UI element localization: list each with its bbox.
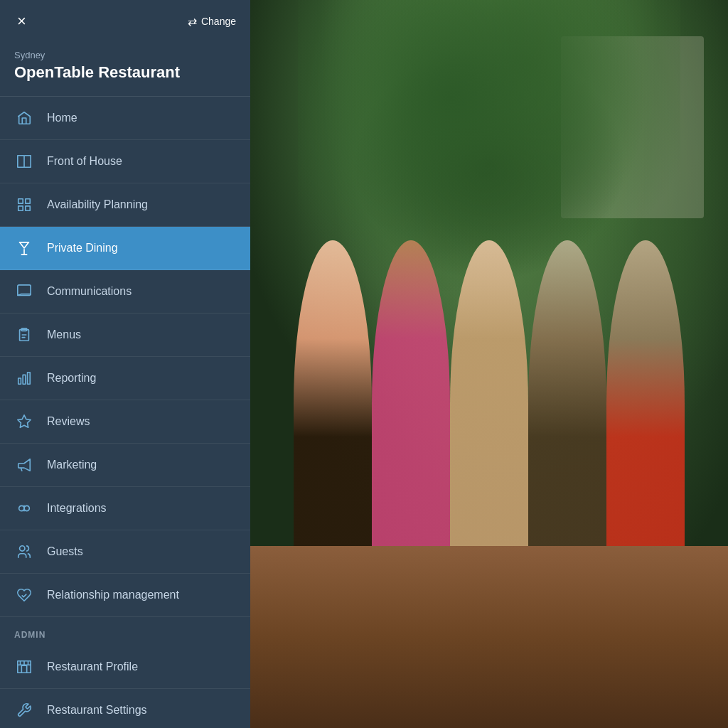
sidebar-item-marketing-label: Marketing — [47, 459, 97, 471]
admin-section-label: ADMIN — [0, 617, 250, 646]
person-5 — [606, 240, 685, 568]
wrench-icon — [14, 700, 34, 720]
home-icon — [14, 108, 34, 128]
close-button[interactable]: × — [14, 11, 29, 32]
change-label: Change — [201, 16, 236, 27]
people-area — [250, 240, 728, 568]
svg-point-13 — [20, 546, 25, 551]
sidebar-item-restaurant-profile-label: Restaurant Profile — [47, 660, 138, 673]
svg-point-12 — [24, 506, 29, 511]
restaurant-photo — [250, 0, 728, 728]
sidebar-item-restaurant-settings-label: Restaurant Settings — [47, 704, 147, 717]
sidebar-item-communications[interactable]: Communications — [0, 270, 250, 314]
building-icon — [14, 657, 34, 677]
sidebar-item-home[interactable]: Home — [0, 97, 250, 140]
sidebar-item-restaurant-settings[interactable]: Restaurant Settings — [0, 689, 250, 728]
message-square-icon — [14, 282, 34, 301]
person-2 — [372, 240, 450, 568]
table-surface — [250, 546, 728, 728]
users-icon — [14, 542, 34, 562]
main-content — [250, 0, 728, 728]
sidebar-item-reviews[interactable]: Reviews — [0, 400, 250, 444]
person-3 — [450, 240, 528, 568]
person-1 — [294, 240, 372, 568]
sidebar-item-relationship-management-label: Relationship management — [47, 589, 179, 601]
svg-point-11 — [19, 506, 24, 511]
book-open-icon — [14, 151, 34, 171]
svg-rect-2 — [18, 206, 23, 210]
person-4 — [528, 240, 606, 568]
sidebar-item-guests-label: Guests — [47, 545, 83, 558]
cocktail-icon — [14, 238, 34, 258]
sidebar-item-front-of-house[interactable]: Front of House — [0, 140, 250, 183]
sidebar-item-private-dining-label: Private Dining — [47, 242, 118, 255]
restaurant-info: Sydney OpenTable Restaurant — [0, 43, 250, 97]
svg-rect-1 — [26, 199, 30, 203]
sidebar-item-reporting-label: Reporting — [47, 372, 96, 385]
sidebar-item-reviews-label: Reviews — [47, 415, 90, 428]
svg-rect-8 — [23, 375, 26, 385]
change-icon: ⇄ — [188, 15, 197, 28]
svg-rect-0 — [18, 199, 23, 203]
svg-marker-10 — [18, 415, 31, 427]
handshake-icon — [14, 585, 34, 605]
sidebar-item-availability-planning-label: Availability Planning — [47, 198, 148, 211]
sidebar-item-home-label: Home — [47, 112, 77, 124]
sidebar-item-reporting[interactable]: Reporting — [0, 357, 250, 400]
star-icon — [14, 412, 34, 432]
sidebar-item-restaurant-profile[interactable]: Restaurant Profile — [0, 646, 250, 689]
sidebar-item-availability-planning[interactable]: Availability Planning — [0, 183, 250, 227]
sidebar-item-front-of-house-label: Front of House — [47, 155, 122, 168]
megaphone-icon — [14, 455, 34, 475]
sidebar-item-marketing[interactable]: Marketing — [0, 444, 250, 487]
svg-rect-9 — [28, 373, 31, 385]
sidebar-item-menus[interactable]: Menus — [0, 314, 250, 357]
sidebar-item-integrations-label: Integrations — [47, 502, 107, 515]
sidebar-item-menus-label: Menus — [47, 328, 81, 341]
restaurant-city: Sydney — [14, 50, 236, 60]
restaurant-name: OpenTable Restaurant — [14, 63, 236, 82]
svg-rect-7 — [18, 378, 21, 384]
sidebar-topbar: × ⇄ Change — [0, 0, 250, 43]
change-button[interactable]: ⇄ Change — [188, 15, 236, 28]
svg-rect-3 — [26, 206, 30, 210]
bar-chart-icon — [14, 368, 34, 388]
sidebar-item-private-dining[interactable]: Private Dining — [0, 227, 250, 270]
sidebar: × ⇄ Change Sydney OpenTable Restaurant H… — [0, 0, 250, 728]
link-icon — [14, 498, 34, 518]
sidebar-item-guests[interactable]: Guests — [0, 530, 250, 574]
clipboard-icon — [14, 325, 34, 345]
sidebar-item-relationship-management[interactable]: Relationship management — [0, 574, 250, 617]
sidebar-item-integrations[interactable]: Integrations — [0, 487, 250, 530]
sidebar-item-communications-label: Communications — [47, 285, 132, 298]
nav-section: Home Front of House Availability Plannin… — [0, 97, 250, 728]
grid-icon — [14, 195, 34, 215]
